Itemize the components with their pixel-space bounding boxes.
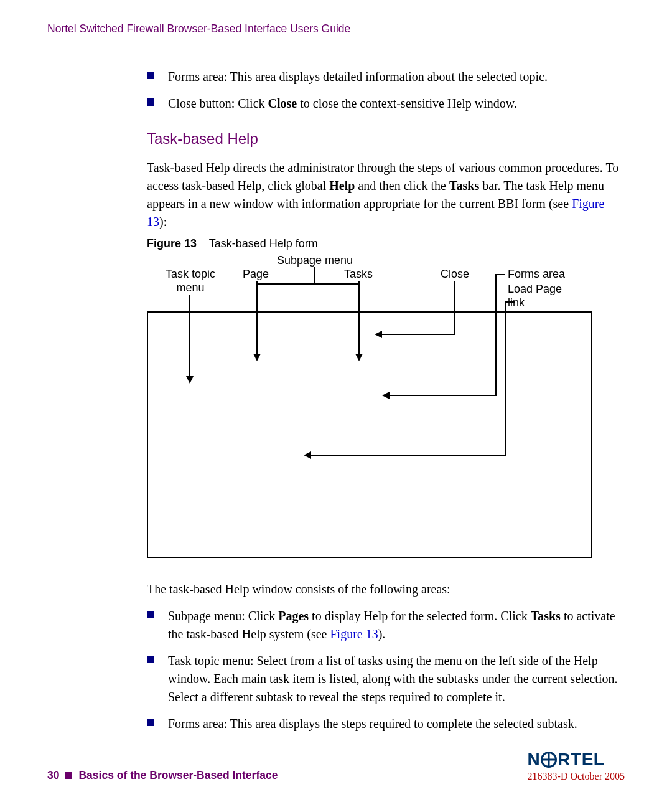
figure-diagram: Subpage menu Task topic menu Page Tasks …	[147, 254, 595, 565]
link-figure-13[interactable]: Figure 13	[330, 627, 378, 641]
bullet-text: Forms area: This area displays the steps…	[168, 717, 577, 730]
arrowhead-left-icon	[375, 331, 382, 338]
diagram-line	[256, 283, 359, 285]
bold-close: Close	[268, 97, 297, 110]
square-bullet-icon	[65, 772, 72, 779]
label-line2: menu	[176, 281, 204, 294]
label-tasks: Tasks	[334, 268, 383, 281]
document-id: 216383-D October 2005	[528, 771, 625, 782]
arrowhead-left-icon	[304, 451, 311, 459]
diagram-line	[388, 395, 497, 396]
arrowhead-down-icon	[355, 354, 363, 361]
label-close: Close	[433, 268, 477, 281]
diagram-line	[495, 274, 497, 396]
nortel-logo: N RTEL	[528, 750, 625, 770]
figure-number: Figure 13	[147, 237, 197, 250]
bold-help: Help	[329, 179, 355, 192]
label-line1: Task topic	[166, 268, 215, 280]
bullet-text: Forms area: This area displays detailed …	[168, 70, 548, 83]
bullet-task-topic-menu: Task topic menu: Select from a list of t…	[147, 652, 625, 706]
diagram-line	[495, 274, 505, 275]
label-forms-area: Forms area	[508, 268, 565, 281]
bold-tasks: Tasks	[449, 179, 479, 192]
para-seg: and then click the	[355, 179, 449, 192]
arrowhead-left-icon	[382, 392, 390, 399]
label-task-topic-menu: Task topic menu	[156, 268, 225, 295]
diagram-line	[454, 281, 455, 335]
diagram-line	[310, 455, 506, 456]
diagram-line	[314, 267, 315, 283]
bullet-forms-area: Forms area: This area displays detailed …	[147, 68, 625, 86]
arrowhead-down-icon	[253, 354, 261, 361]
diagram-line	[189, 295, 190, 377]
para-seg: ):	[159, 215, 167, 229]
label-subpage-menu: Subpage menu	[265, 254, 365, 268]
diagram-line	[381, 334, 455, 335]
page-number: 30	[47, 769, 59, 782]
arrowhead-down-icon	[186, 376, 194, 384]
bold-tasks: Tasks	[531, 609, 561, 623]
footer-left: 30 Basics of the Browser-Based Interface	[47, 769, 278, 782]
logo-text-right: RTEL	[558, 750, 604, 770]
label-page: Page	[234, 268, 278, 281]
top-bullet-list: Forms area: This area displays detailed …	[147, 68, 625, 113]
bottom-bullet-list: Subpage menu: Click Pages to display Hel…	[147, 607, 625, 733]
globe-icon	[541, 752, 557, 768]
diagram-line	[505, 301, 506, 456]
help-window-box	[147, 311, 592, 558]
diagram-line	[256, 281, 258, 355]
figure-title: Task-based Help form	[209, 237, 318, 250]
page-footer: 30 Basics of the Browser-Based Interface…	[47, 750, 625, 782]
diagram-line	[358, 281, 360, 355]
diagram-line	[505, 301, 515, 303]
chapter-title: Basics of the Browser-Based Interface	[78, 769, 278, 782]
footer-right: N RTEL 216383-D October 2005	[528, 750, 625, 782]
figure-caption: Figure 13 Task-based Help form	[147, 237, 625, 250]
label-line1: Load Page	[508, 283, 562, 295]
seg: ).	[378, 627, 386, 641]
label-load-page-link: Load Page link	[508, 283, 562, 309]
bullet-subpage-menu: Subpage menu: Click Pages to display Hel…	[147, 607, 625, 643]
bold-pages: Pages	[278, 609, 309, 623]
bullet-text: Task topic menu: Select from a list of t…	[168, 654, 617, 704]
running-header: Nortel Switched Firewall Browser-Based I…	[47, 22, 625, 35]
after-figure-paragraph: The task-based Help window consists of t…	[147, 580, 625, 598]
bullet-text-post: to close the context-sensitive Help wind…	[297, 97, 517, 110]
bullet-forms-area-steps: Forms area: This area displays the steps…	[147, 715, 625, 733]
logo-text-left: N	[528, 750, 541, 770]
bullet-close-button: Close button: Click Close to close the c…	[147, 95, 625, 113]
seg: to display Help for the selected form. C…	[309, 609, 531, 623]
bullet-text-pre: Close button: Click	[168, 97, 268, 110]
section-heading-task-based-help: Task-based Help	[147, 130, 625, 148]
section-paragraph: Task-based Help directs the administrato…	[147, 159, 625, 231]
seg: Subpage menu: Click	[168, 609, 278, 623]
